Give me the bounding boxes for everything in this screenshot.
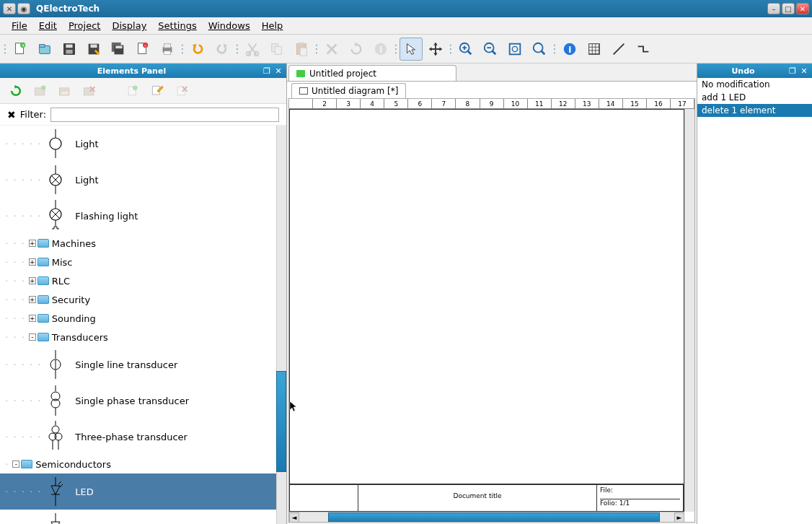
ruler-tick: 3 bbox=[337, 99, 361, 108]
tree-expander-icon[interactable]: + bbox=[29, 240, 36, 247]
close-project-button[interactable]: – bbox=[131, 38, 154, 61]
tree-folder[interactable]: · · · +Sounding bbox=[0, 309, 276, 328]
delete-button[interactable] bbox=[320, 38, 343, 61]
delete-category-button[interactable] bbox=[79, 81, 100, 101]
reload-button[interactable] bbox=[6, 81, 26, 101]
tree-folder[interactable]: · · · +Misc bbox=[0, 253, 276, 271]
folder-icon bbox=[37, 295, 49, 304]
tree-expander-icon[interactable]: + bbox=[29, 296, 36, 303]
zoom-reset-button[interactable] bbox=[528, 38, 551, 61]
project-icon bbox=[296, 70, 305, 77]
about-button[interactable]: i bbox=[558, 38, 581, 61]
tree-element[interactable]: · · · · · Single line transducer bbox=[0, 346, 276, 383]
undo-item[interactable]: delete 1 element bbox=[697, 104, 812, 117]
save-all-button[interactable] bbox=[107, 38, 130, 61]
tree-scrollbar[interactable] bbox=[276, 126, 286, 524]
panel-float-icon[interactable]: ❐ bbox=[787, 66, 798, 76]
info-button[interactable]: i bbox=[369, 38, 392, 61]
menu-windows[interactable]: Windows bbox=[203, 19, 256, 32]
canvas-vscrollbar[interactable] bbox=[684, 109, 694, 512]
panel-close-icon[interactable]: ✕ bbox=[273, 66, 283, 76]
tree-element[interactable]: · · · · · Light bbox=[0, 126, 276, 162]
panel-float-icon[interactable]: ❐ bbox=[262, 66, 272, 76]
step-line-tool-button[interactable] bbox=[632, 38, 655, 61]
tree-folder[interactable]: · · · +Machines bbox=[0, 234, 276, 253]
open-button[interactable] bbox=[33, 38, 56, 61]
menu-settings[interactable]: Settings bbox=[152, 19, 202, 32]
svg-rect-4 bbox=[40, 44, 45, 47]
new-category-button[interactable] bbox=[30, 81, 50, 101]
menu-project[interactable]: Project bbox=[63, 19, 106, 32]
close-button[interactable]: ✕ bbox=[796, 3, 809, 14]
print-button[interactable] bbox=[156, 38, 179, 61]
open-category-button[interactable] bbox=[55, 81, 75, 101]
undo-item[interactable]: No modification bbox=[697, 78, 812, 91]
tree-element[interactable]: · · · · · Flashing light bbox=[0, 198, 276, 234]
ruler-tick: 11 bbox=[528, 99, 552, 108]
scroll-right-icon[interactable]: ► bbox=[674, 512, 684, 523]
maximize-button[interactable]: □ bbox=[782, 3, 795, 14]
elements-panel-header[interactable]: Elements Panel ❐ ✕ bbox=[0, 64, 286, 78]
window-menu-icon[interactable]: ✕ bbox=[3, 3, 16, 14]
tree-folder[interactable]: · -Semiconductors bbox=[0, 455, 276, 473]
canvas-viewport[interactable]: 234567891011121314151617 Document title … bbox=[288, 98, 695, 523]
menu-help[interactable]: Help bbox=[256, 19, 289, 32]
window-sticky-icon[interactable]: ◉ bbox=[17, 3, 30, 14]
edit-element-button[interactable] bbox=[147, 81, 167, 101]
tree-scroll-thumb[interactable] bbox=[276, 371, 286, 472]
zoom-in-button[interactable] bbox=[454, 38, 477, 61]
undo-panel-header[interactable]: Undo ❐ ✕ bbox=[697, 64, 812, 78]
tree-expander-icon[interactable]: + bbox=[29, 258, 36, 266]
undo-button[interactable] bbox=[186, 38, 209, 61]
diagram-tab[interactable]: Untitled diagram [*] bbox=[291, 83, 406, 98]
new-element-button[interactable] bbox=[123, 81, 143, 101]
menu-display[interactable]: Display bbox=[106, 19, 152, 32]
move-tool-button[interactable] bbox=[424, 38, 447, 61]
cut-button[interactable] bbox=[241, 38, 264, 61]
tree-expander-icon[interactable]: + bbox=[29, 277, 36, 284]
filter-clear-icon[interactable]: ✖ bbox=[7, 109, 16, 121]
grid-button[interactable] bbox=[583, 38, 606, 61]
copy-button[interactable] bbox=[265, 38, 288, 61]
line-tool-button[interactable] bbox=[607, 38, 630, 61]
folder-icon bbox=[37, 333, 49, 341]
panel-close-icon[interactable]: ✕ bbox=[799, 66, 809, 76]
svg-rect-18 bbox=[164, 51, 170, 54]
project-tab[interactable]: Untitled project bbox=[288, 65, 456, 81]
tree-element[interactable]: · · · · · Three-phase transducer bbox=[0, 419, 276, 455]
scroll-left-icon[interactable]: ◄ bbox=[289, 512, 299, 523]
tree-folder[interactable]: · · · -Transducers bbox=[0, 328, 276, 346]
zoom-fit-button[interactable] bbox=[503, 38, 526, 61]
tree-folder[interactable]: · · · +RLC bbox=[0, 271, 276, 290]
tree-element[interactable]: · · · · · Single phase transducer bbox=[0, 383, 276, 419]
tree-expander-icon[interactable]: - bbox=[29, 333, 36, 341]
menu-edit[interactable]: Edit bbox=[33, 19, 63, 32]
rotate-button[interactable] bbox=[345, 38, 368, 61]
svg-rect-24 bbox=[299, 42, 304, 45]
svg-text:i: i bbox=[379, 44, 382, 54]
minimize-button[interactable]: – bbox=[767, 3, 780, 14]
diagram-canvas[interactable]: Document title File: Folio: 1/1 bbox=[289, 109, 684, 512]
paste-button[interactable] bbox=[290, 38, 313, 61]
tree-element[interactable]: · · · · · Diode bbox=[0, 510, 276, 524]
zoom-out-button[interactable] bbox=[479, 38, 502, 61]
save-button[interactable] bbox=[58, 38, 81, 61]
canvas-hscrollbar[interactable]: ◄ ► bbox=[289, 512, 684, 522]
menu-file[interactable]: File bbox=[6, 19, 33, 32]
undo-list[interactable]: No modificationadd 1 LEDdelete 1 element bbox=[697, 78, 812, 524]
save-as-button[interactable] bbox=[82, 38, 105, 61]
svg-rect-7 bbox=[66, 49, 72, 53]
select-tool-button[interactable] bbox=[400, 38, 423, 61]
undo-item[interactable]: add 1 LED bbox=[697, 91, 812, 104]
tree-expander-icon[interactable]: + bbox=[29, 315, 36, 322]
redo-button[interactable] bbox=[211, 38, 234, 61]
elements-tree[interactable]: · · · · · Light· · · · · Light· · · · · … bbox=[0, 126, 286, 524]
new-file-button[interactable]: + bbox=[9, 38, 32, 61]
tree-element[interactable]: · · · · · LED bbox=[0, 473, 276, 510]
delete-element-button[interactable] bbox=[172, 81, 192, 101]
filter-input[interactable] bbox=[50, 108, 279, 122]
tree-expander-icon[interactable]: - bbox=[12, 460, 19, 468]
tree-folder[interactable]: · · · +Security bbox=[0, 290, 276, 309]
tree-element[interactable]: · · · · · Light bbox=[0, 162, 276, 198]
hscroll-thumb[interactable] bbox=[328, 512, 660, 523]
